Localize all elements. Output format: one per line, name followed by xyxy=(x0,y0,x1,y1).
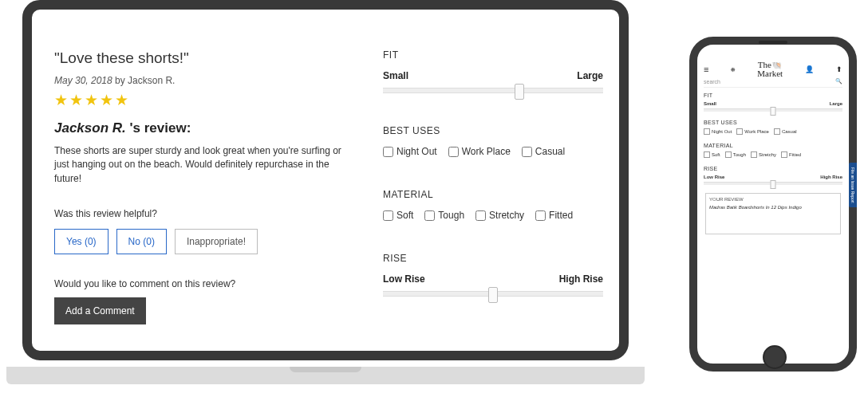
material-checks: Soft Tough Stretchy Fitted xyxy=(383,210,603,221)
inappropriate-button[interactable]: Inappropriate! xyxy=(175,229,258,254)
checkbox[interactable] xyxy=(522,147,532,157)
phone-fit-right: Large xyxy=(830,101,842,106)
phone-fit-slider[interactable] xyxy=(704,108,842,112)
vote-no-button[interactable]: No (0) xyxy=(116,229,167,254)
label: Fitted xyxy=(549,210,573,221)
rise-title: RISE xyxy=(383,253,603,264)
phone-material-title: MATERIAL xyxy=(704,143,842,148)
rise-slider[interactable] xyxy=(383,291,603,297)
search-icon[interactable]: 🔍 xyxy=(835,78,842,85)
search-placeholder: search xyxy=(704,79,720,85)
label: Soft xyxy=(397,210,413,221)
review-by-prefix: by xyxy=(112,75,128,86)
phone-bu-1[interactable]: Work Place xyxy=(736,128,769,135)
reviewer-name: Jackson R. xyxy=(54,120,130,136)
review-author: Jackson R. xyxy=(128,75,175,86)
cart-icon[interactable]: ⬆ xyxy=(836,65,842,73)
best-uses-opt-0[interactable]: Night Out xyxy=(383,146,437,157)
phone-speaker xyxy=(759,41,787,44)
material-opt-0[interactable]: Soft xyxy=(383,210,413,221)
phone-rise-section: RISE Low Rise High Rise xyxy=(704,166,842,185)
material-opt-1[interactable]: Tough xyxy=(424,210,464,221)
label: Stretchy xyxy=(489,210,524,221)
best-uses-checks: Night Out Work Place Casual xyxy=(383,146,603,157)
phone-rise-title: RISE xyxy=(704,166,842,171)
label: Soft xyxy=(712,152,720,157)
best-uses-opt-1[interactable]: Work Place xyxy=(448,146,511,157)
rise-slider-thumb[interactable] xyxy=(488,287,498,303)
checkbox[interactable] xyxy=(383,210,393,221)
review-column: "Love these shorts!" May 30, 2018 by Jac… xyxy=(54,49,365,351)
phone-fit-labels: Small Large xyxy=(704,101,842,106)
phone-mockup: ≡ ⎈ The🐚Market 👤 ⬆ search 🔍 FIT Small La… xyxy=(689,37,857,372)
star-rating: ★★★★★ xyxy=(54,91,357,109)
phone-topbar: ≡ ⎈ The🐚Market 👤 ⬆ xyxy=(704,62,842,77)
laptop-screen: "Love these shorts!" May 30, 2018 by Jac… xyxy=(32,10,619,351)
material-opt-3[interactable]: Fitted xyxy=(535,210,573,221)
phone-your-review: YOUR REVIEW Madras Batik Boardshorts In … xyxy=(705,193,841,234)
review-title: "Love these shorts!" xyxy=(54,49,357,67)
label: Work Place xyxy=(744,129,769,134)
phone-fit-thumb[interactable] xyxy=(771,107,776,116)
phone-fit-section: FIT Small Large xyxy=(704,92,842,112)
comment-question: Would you like to comment on this review… xyxy=(54,278,357,289)
phone-search[interactable]: search 🔍 xyxy=(704,77,842,88)
phone-bu-0[interactable]: Night Out xyxy=(704,128,732,135)
review-heading: Jackson R. 's review: xyxy=(54,120,357,136)
phone-mat-1[interactable]: Tough xyxy=(725,151,746,158)
checkbox[interactable] xyxy=(383,147,393,157)
label: Fitted xyxy=(789,152,801,157)
material-title: MATERIAL xyxy=(383,189,603,200)
phone-mat-2[interactable]: Stretchy xyxy=(751,151,776,158)
checkbox[interactable] xyxy=(535,210,546,221)
phone-bu-2[interactable]: Casual xyxy=(774,128,797,135)
label: Tough xyxy=(733,152,746,157)
rise-section: RISE Low Rise High Rise xyxy=(383,253,603,297)
fit-slider[interactable] xyxy=(383,88,603,93)
review-heading-suffix: 's review: xyxy=(130,120,191,136)
rise-label-right: High Rise xyxy=(559,273,603,285)
location-icon[interactable]: ⎈ xyxy=(731,65,735,73)
rise-labels: Low Rise High Rise xyxy=(383,273,603,285)
phone-fit-title: FIT xyxy=(704,92,842,98)
material-opt-2[interactable]: Stretchy xyxy=(475,210,524,221)
laptop-mockup: "Love these shorts!" May 30, 2018 by Jac… xyxy=(6,0,645,391)
phone-mat-3[interactable]: Fitted xyxy=(781,151,801,158)
phone-bestuses-checks: Night Out Work Place Casual xyxy=(704,128,842,135)
phone-screen: ≡ ⎈ The🐚Market 👤 ⬆ search 🔍 FIT Small La… xyxy=(697,62,849,341)
add-comment-button[interactable]: Add a Comment xyxy=(54,297,146,324)
review-date: May 30, 2018 xyxy=(54,75,112,86)
phone-rise-labels: Low Rise High Rise xyxy=(704,175,842,179)
phone-material-checks: Soft Tough Stretchy Fitted xyxy=(704,151,842,158)
best-uses-title: BEST USES xyxy=(383,125,603,136)
phone-home-button[interactable] xyxy=(763,345,787,369)
logo-b: Market xyxy=(757,69,783,78)
phone-rise-slider[interactable] xyxy=(704,182,842,185)
vote-row: Yes (0) No (0) Inappropriate! xyxy=(54,229,357,254)
label: Night Out xyxy=(397,146,437,157)
label: Night Out xyxy=(712,129,732,134)
phone-mat-0[interactable]: Soft xyxy=(704,151,720,158)
vote-yes-button[interactable]: Yes (0) xyxy=(54,229,108,254)
label: Casual xyxy=(535,146,565,157)
label: Casual xyxy=(782,129,797,134)
best-uses-opt-2[interactable]: Casual xyxy=(522,146,565,157)
best-uses-section: BEST USES Night Out Work Place Casual xyxy=(383,125,603,157)
checkbox[interactable] xyxy=(475,210,486,221)
phone-product-name: Madras Batik Boardshorts In 12 Dips Indi… xyxy=(709,205,837,210)
checkbox[interactable] xyxy=(424,210,435,221)
helpful-question: Was this review helpful? xyxy=(54,208,357,219)
label: Stretchy xyxy=(759,152,776,157)
phone-material-section: MATERIAL Soft Tough Stretchy Fitted xyxy=(704,143,842,158)
feedback-tab[interactable]: File an Issue Report xyxy=(849,163,857,207)
attributes-column: FIT Small Large BEST USES Night Out Work… xyxy=(365,49,603,351)
menu-icon[interactable]: ≡ xyxy=(704,65,708,74)
fit-slider-thumb[interactable] xyxy=(515,84,524,100)
rise-label-left: Low Rise xyxy=(383,273,425,285)
phone-rise-right: High Rise xyxy=(820,175,842,179)
checkbox[interactable] xyxy=(448,147,459,157)
user-icon[interactable]: 👤 xyxy=(805,65,814,73)
phone-rise-thumb[interactable] xyxy=(771,180,776,189)
review-meta: May 30, 2018 by Jackson R. xyxy=(54,75,357,86)
fit-label-left: Small xyxy=(383,70,408,81)
